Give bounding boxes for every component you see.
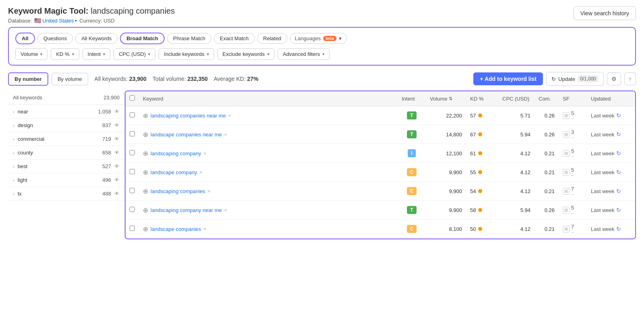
country-selector[interactable]: 🇺🇸 United States ▾	[34, 17, 77, 24]
select-all-header[interactable]	[126, 91, 139, 106]
row-checkbox-cell[interactable]	[126, 182, 139, 201]
tab-broad-match[interactable]: Broad Match	[120, 33, 165, 44]
updated-cell: Last week ↻	[587, 182, 635, 201]
keyword-link[interactable]: landscaping company near me	[151, 207, 222, 213]
sf-icon: ⊞	[563, 112, 570, 119]
list-item[interactable]: › county 658 👁	[8, 146, 124, 160]
select-all-checkbox[interactable]	[130, 95, 135, 101]
list-item[interactable]: › near 1,058 👁	[8, 105, 124, 119]
list-item[interactable]: › best 527 👁	[8, 160, 124, 173]
list-item[interactable]: › light 496 👁	[8, 173, 124, 187]
tab-phrase-match[interactable]: Phrase Match	[167, 33, 211, 44]
add-to-keyword-list-button[interactable]: + Add to keyword list	[473, 72, 543, 85]
row-checkbox-cell[interactable]	[126, 125, 139, 144]
eye-icon[interactable]: 👁	[114, 122, 120, 128]
tab-exact-match[interactable]: Exact Match	[214, 33, 255, 44]
sf-value: 5	[571, 205, 574, 211]
eye-icon[interactable]: 👁	[114, 177, 120, 183]
kd-value: 61	[470, 150, 476, 156]
chevron-down-icon: ▾	[322, 52, 324, 56]
keyword-column-header[interactable]: Keyword	[139, 91, 398, 106]
row-checkbox-cell[interactable]	[126, 106, 139, 125]
advanced-filters-filter[interactable]: Advanced filters ▾	[278, 48, 330, 60]
sf-cell: ⊞ 5 --	[559, 106, 587, 125]
plus-circle-icon[interactable]: ⊕	[143, 225, 148, 233]
volume-column-header[interactable]: Volume ⇅	[426, 91, 466, 106]
row-checkbox-cell[interactable]	[126, 163, 139, 182]
refresh-icon[interactable]: ↻	[616, 188, 621, 194]
refresh-icon[interactable]: ↻	[616, 207, 621, 213]
advanced-filters-label: Advanced filters	[283, 51, 320, 57]
keyword-link[interactable]: landscape companies near me	[151, 132, 222, 138]
updated-column-header[interactable]: Updated	[587, 91, 635, 106]
sidebar-header: All keywords 23,900	[8, 91, 124, 105]
sidebar-keyword-count: 527	[102, 163, 111, 169]
keyword-link[interactable]: landscaping companies near me	[151, 113, 226, 119]
list-item[interactable]: › tx 488 👁	[8, 187, 124, 201]
row-checkbox-cell[interactable]	[126, 220, 139, 239]
cpc-column-header[interactable]: CPC (USD)	[498, 91, 535, 106]
row-checkbox[interactable]	[130, 169, 135, 174]
row-checkbox[interactable]	[130, 188, 135, 193]
refresh-icon[interactable]: ↻	[616, 112, 621, 119]
row-checkbox[interactable]	[130, 131, 135, 136]
com-cell: 0.21	[535, 144, 559, 163]
stats-action-row: By number By volume All keywords: 23,900…	[8, 72, 636, 86]
kd-cell: 67	[466, 125, 498, 144]
sidebar-scroll[interactable]: › near 1,058 👁 › design 837 👁 › commerci…	[8, 105, 124, 201]
com-column-header[interactable]: Com.	[535, 91, 559, 106]
tab-all[interactable]: All	[15, 33, 35, 44]
list-item[interactable]: › design 837 👁	[8, 119, 124, 132]
eye-icon[interactable]: 👁	[114, 163, 120, 169]
tab-related[interactable]: Related	[257, 33, 287, 44]
refresh-icon[interactable]: ↻	[616, 226, 621, 232]
plus-circle-icon[interactable]: ⊕	[143, 206, 148, 214]
keyword-link[interactable]: landscaping companies	[151, 188, 205, 194]
plus-circle-icon[interactable]: ⊕	[143, 150, 148, 157]
eye-icon[interactable]: 👁	[114, 109, 120, 115]
row-checkbox[interactable]	[130, 207, 135, 212]
cpc-filter[interactable]: CPC (USD) ▾	[114, 48, 155, 60]
view-history-button[interactable]: View search history	[574, 6, 636, 20]
settings-button[interactable]: ⚙	[607, 72, 621, 85]
tab-questions[interactable]: Questions	[37, 33, 73, 44]
row-checkbox-cell[interactable]	[126, 201, 139, 220]
by-volume-button[interactable]: By volume	[52, 73, 88, 85]
chevron-right-icon: ›	[13, 137, 14, 142]
keyword-link[interactable]: landscape company	[151, 169, 197, 175]
intent-filter[interactable]: Intent ▾	[83, 48, 111, 60]
left-controls: By number By volume All keywords: 23,900…	[8, 72, 258, 86]
plus-circle-icon[interactable]: ⊕	[143, 131, 148, 138]
kd-filter[interactable]: KD % ▾	[51, 48, 79, 60]
row-checkbox[interactable]	[130, 112, 135, 117]
include-keywords-filter[interactable]: Include keywords ▾	[159, 48, 214, 60]
sf-column-header[interactable]: SF	[559, 91, 587, 106]
list-item[interactable]: › commercial 719 👁	[8, 132, 124, 146]
volume-filter[interactable]: Volume ▾	[15, 48, 47, 60]
keyword-link[interactable]: landscape companies	[151, 226, 201, 232]
intent-column-header[interactable]: Intent	[398, 91, 426, 106]
languages-button[interactable]: Languages beta ▾	[290, 33, 347, 44]
refresh-icon[interactable]: ↻	[616, 131, 621, 138]
plus-circle-icon[interactable]: ⊕	[143, 187, 148, 195]
volume-filter-label: Volume	[21, 51, 38, 57]
export-button[interactable]: ↑	[624, 72, 636, 85]
row-checkbox[interactable]	[130, 226, 135, 231]
plus-circle-icon[interactable]: ⊕	[143, 112, 148, 119]
tab-all-keywords[interactable]: All Keywords	[75, 33, 118, 44]
intent-badge: C	[407, 168, 417, 176]
kd-column-header[interactable]: KD %	[466, 91, 498, 106]
chevron-down-icon: ▾	[148, 52, 150, 56]
eye-icon[interactable]: 👁	[114, 150, 120, 156]
eye-icon[interactable]: 👁	[114, 191, 120, 197]
plus-circle-icon[interactable]: ⊕	[143, 169, 148, 176]
exclude-keywords-filter[interactable]: Exclude keywords ▾	[217, 48, 275, 60]
by-number-button[interactable]: By number	[8, 72, 48, 86]
update-button[interactable]: ↻ Update 0/1,000	[546, 72, 604, 86]
keyword-link[interactable]: landscaping company	[151, 150, 201, 156]
row-checkbox-cell[interactable]	[126, 144, 139, 163]
refresh-icon[interactable]: ↻	[616, 169, 621, 175]
refresh-icon[interactable]: ↻	[616, 150, 621, 156]
eye-icon[interactable]: 👁	[114, 136, 120, 142]
row-checkbox[interactable]	[130, 150, 135, 155]
